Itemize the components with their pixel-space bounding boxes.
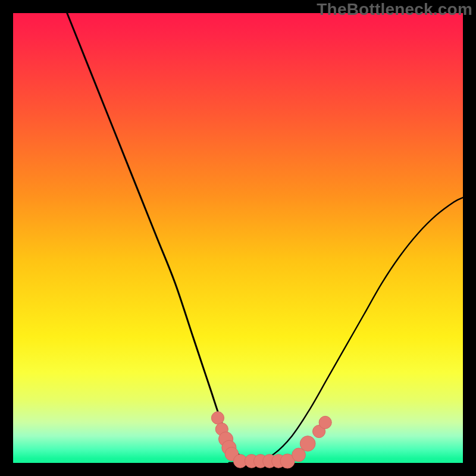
markers-group (211, 412, 331, 468)
data-point-marker (319, 416, 331, 428)
chart-svg (13, 13, 463, 463)
data-point-marker (211, 412, 224, 424)
right-curve (256, 198, 463, 463)
watermark-text: TheBottleneck.com (317, 0, 472, 19)
data-point-marker (300, 436, 315, 452)
left-curve (67, 13, 256, 463)
chart-frame: TheBottleneck.com (0, 0, 476, 476)
